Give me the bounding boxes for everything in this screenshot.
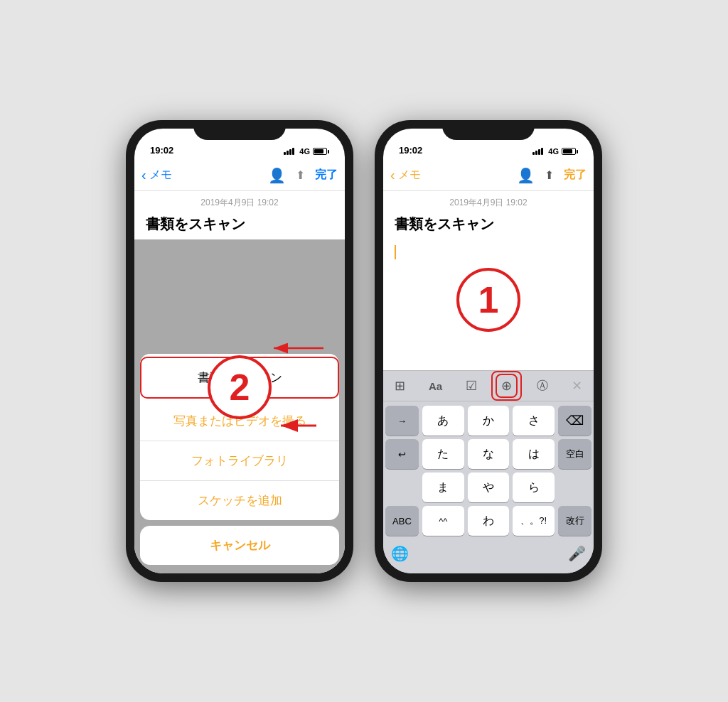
format-icon[interactable]: Aa: [424, 376, 446, 396]
person-icon-left[interactable]: 👤: [268, 167, 286, 184]
kb-ta-key[interactable]: た: [422, 439, 464, 469]
note-title-right: 書類をスキャン: [383, 212, 594, 239]
keyboard-dismiss-icon[interactable]: ✕: [567, 374, 587, 398]
signal-label-left: 4G: [299, 147, 310, 156]
action-cancel[interactable]: キャンセル: [140, 526, 339, 565]
kb-row-3: ま や ら: [385, 472, 592, 502]
action-photo-library[interactable]: フォトライブラリ: [140, 441, 339, 481]
kb-ma-key[interactable]: ま: [422, 472, 464, 502]
notch-left: [193, 120, 286, 140]
notch-right: [442, 120, 535, 140]
kb-ya-key[interactable]: や: [468, 472, 510, 502]
kb-punctuation-key[interactable]: 、。?!: [513, 506, 555, 536]
share-icon-left[interactable]: ⬆: [296, 168, 305, 182]
note-title-left: 書類をスキャン: [134, 212, 345, 239]
kb-arrow-key[interactable]: →: [385, 406, 419, 436]
step-badge-1: 1: [456, 268, 520, 332]
nav-bar-right: ‹ メモ 👤 ⬆ 完了: [383, 160, 594, 191]
text-cursor: [395, 245, 396, 259]
nav-bar-left: ‹ メモ 👤 ⬆ 完了: [134, 160, 345, 191]
status-time-right: 19:02: [399, 145, 422, 156]
signal-bars-left: [284, 148, 294, 155]
nav-done-left[interactable]: 完了: [315, 168, 338, 183]
date-left: 2019年4月9日 19:02: [134, 191, 345, 212]
person-icon-right[interactable]: 👤: [517, 167, 535, 184]
kb-space-key[interactable]: 空白: [558, 439, 592, 469]
nav-back-right[interactable]: ‹ メモ: [390, 167, 421, 183]
signal-bars-right: [532, 148, 543, 155]
content-area-left: 2 書類をスキャン 写真またはビデオを撮る フォトライブラリ スケッチを追加: [134, 239, 345, 573]
checklist-icon[interactable]: ☑: [461, 374, 481, 398]
kb-row-1: → あ か さ ⌫: [385, 406, 592, 436]
date-right: 2019年4月9日 19:02: [383, 191, 594, 212]
kb-ka-key[interactable]: か: [468, 406, 510, 436]
kb-ha-key[interactable]: は: [513, 439, 555, 469]
status-icons-right: 4G: [532, 147, 578, 156]
microphone-icon[interactable]: 🎤: [568, 545, 586, 562]
kb-a-key[interactable]: あ: [422, 406, 464, 436]
nav-back-left[interactable]: ‹ メモ: [141, 167, 172, 183]
status-icons-left: 4G: [284, 147, 329, 156]
signal-label-right: 4G: [548, 147, 559, 156]
kb-abc-key[interactable]: ABC: [385, 506, 419, 536]
back-chevron-left: ‹: [141, 167, 146, 183]
nav-back-label-left: メモ: [149, 168, 172, 183]
kb-delete-key[interactable]: ⌫: [558, 406, 592, 436]
share-icon-right[interactable]: ⬆: [545, 168, 554, 182]
nav-actions-right: 👤 ⬆ 完了: [517, 167, 587, 184]
kb-undo-key[interactable]: ↩: [385, 439, 419, 469]
kb-empty-left: [385, 472, 419, 502]
toolbar-right: ⊞ Aa ☑ ⊕ Ⓐ ✕: [383, 370, 594, 401]
kb-dakuten-key[interactable]: ^^: [422, 506, 464, 536]
battery-right: [562, 148, 578, 155]
plus-icon[interactable]: ⊕: [496, 374, 518, 398]
status-time-left: 19:02: [150, 145, 173, 156]
globe-icon[interactable]: 🌐: [391, 545, 409, 562]
right-phone: 19:02 4G ‹ メモ �: [375, 120, 602, 582]
nav-done-right[interactable]: 完了: [564, 168, 587, 183]
kb-empty-right: [558, 472, 592, 502]
kb-bottom-bar: 🌐 🎤: [385, 539, 592, 571]
action-add-sketch[interactable]: スケッチを追加: [140, 481, 339, 520]
kb-row-4: ABC ^^ わ 、。?! 改行: [385, 506, 592, 536]
markup-icon[interactable]: Ⓐ: [532, 374, 552, 398]
nav-back-label-right: メモ: [398, 168, 421, 183]
kb-enter-key[interactable]: 改行: [558, 506, 592, 536]
kb-na-key[interactable]: な: [468, 439, 510, 469]
battery-left: [313, 148, 329, 155]
kb-sa-key[interactable]: さ: [513, 406, 555, 436]
kb-wa-key[interactable]: わ: [468, 506, 510, 536]
kb-ra-key[interactable]: ら: [513, 472, 555, 502]
left-phone: 19:02 4G ‹ メモ �: [126, 120, 353, 582]
nav-actions-left: 👤 ⬆ 完了: [268, 167, 338, 184]
step-badge-2: 2: [208, 355, 272, 419]
step-arrow: [277, 415, 320, 436]
kb-row-2: ↩ た な は 空白: [385, 439, 592, 469]
back-chevron-right: ‹: [390, 167, 395, 183]
note-content-right[interactable]: 1: [383, 239, 594, 370]
table-icon[interactable]: ⊞: [390, 374, 410, 398]
keyboard-right: → あ か さ ⌫ ↩ た な は 空白 ま や ら: [383, 401, 594, 573]
